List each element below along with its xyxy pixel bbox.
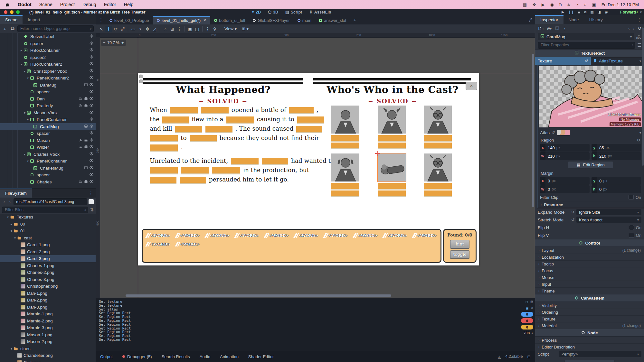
script-dropdown[interactable]: <empty>▾ <box>559 351 641 357</box>
word-tile-12[interactable]: <WORD> <box>176 242 200 246</box>
resource-path[interactable]: res://Textures/01/cast/Carol-3.png <box>14 198 87 205</box>
control-group-localization[interactable]: ›Localization <box>535 254 644 260</box>
object-history-icon[interactable]: ↺ <box>638 26 641 31</box>
canvasitem-group-texture[interactable]: ›Texture <box>535 315 644 322</box>
scene-tree-item-spacer2[interactable]: spacer2 <box>0 54 96 61</box>
instance-scene-button[interactable]: ⧉ <box>10 26 15 32</box>
node-group-process[interactable]: ›Process <box>535 337 644 343</box>
margin-w-field[interactable]: w0px <box>540 185 590 193</box>
close-window-icon[interactable] <box>4 10 7 14</box>
movie-maker-icon[interactable]: ◉ <box>605 10 608 14</box>
mode-assetlib[interactable]: ⇩AssetLib <box>309 10 331 14</box>
answer-blank[interactable] <box>162 116 189 123</box>
group-resource[interactable]: ›Resource <box>537 201 644 208</box>
visibility-eye-icon[interactable] <box>89 138 94 143</box>
load-resource-icon[interactable]: 🗁 <box>547 26 552 31</box>
mode-script[interactable]: ▤Script <box>285 10 302 14</box>
section-texturerect[interactable]: TextureRect <box>535 49 644 57</box>
tab-scene[interactable]: Scene <box>0 15 23 24</box>
pan-tool-icon[interactable]: ✥ <box>144 26 151 32</box>
answer-blank[interactable] <box>201 107 229 113</box>
visibility-eye-icon[interactable] <box>89 166 94 171</box>
menu-debug[interactable]: Debug <box>82 2 96 7</box>
inspector-scrollbar[interactable] <box>642 27 644 166</box>
word-tile-11[interactable]: <WORD> <box>147 242 170 246</box>
visibility-eye-icon[interactable] <box>89 103 94 108</box>
name-blank-bar[interactable] <box>378 190 406 196</box>
errors-count-badge[interactable]: 0 <box>521 318 533 323</box>
fs-item-carol-3-png[interactable]: Carol-3.png <box>0 255 96 262</box>
cast-portrait-4-dog[interactable] <box>331 153 359 181</box>
toggle-button[interactable]: toggle <box>450 250 469 259</box>
grid-snap-icon[interactable]: ⊞ <box>169 26 175 32</box>
traffic-lights[interactable] <box>4 10 20 14</box>
fs-item-dan-1-png[interactable]: Dan-1.png <box>0 290 96 297</box>
menubar-clock[interactable]: Fri Dec 1 12:10 PM <box>601 2 639 7</box>
add-metadata-button[interactable]: ＋Add Metadata <box>564 360 615 362</box>
tab-history[interactable]: History <box>584 15 608 24</box>
fs-item-cast[interactable]: ▾cast <box>0 235 96 242</box>
control-group-tooltip[interactable]: ›Tooltip <box>535 260 644 267</box>
word-tile-2[interactable]: <WORD> <box>176 233 200 238</box>
app-icon[interactable]: ▦ <box>523 2 527 7</box>
word-tile-5[interactable]: <WORD> <box>265 233 289 238</box>
signal-icon[interactable] <box>79 103 83 108</box>
remote-debug-icon[interactable]: ⧉ <box>584 10 587 14</box>
search-icon[interactable]: ⌕ <box>531 306 533 310</box>
cast-portrait-3-goat[interactable] <box>424 106 452 134</box>
revert-icon[interactable]: ↺ <box>552 130 555 135</box>
copy-path-icon[interactable] <box>89 199 94 204</box>
menu-godot[interactable]: Godot <box>18 2 32 7</box>
word-tile-4[interactable]: <WORD> <box>235 233 259 238</box>
control-group-theme[interactable]: ›Theme <box>535 287 644 294</box>
node-group-editor-description[interactable]: ›Editor Description <box>535 343 644 350</box>
minimize-window-icon[interactable] <box>10 10 14 14</box>
tab-import[interactable]: Import <box>23 15 45 24</box>
play-icon[interactable]: ▶ <box>562 10 564 14</box>
tree-collapse-icon[interactable]: ▾ <box>13 236 17 240</box>
group-icon[interactable] <box>84 180 88 184</box>
scene-tree-item-spacer[interactable]: spacer <box>0 172 96 179</box>
menu-editor[interactable]: Editor <box>104 2 116 7</box>
visibility-eye-icon[interactable] <box>89 62 94 67</box>
mode-3d[interactable]: ⬡3D <box>268 10 278 14</box>
scene-tree-item-panelcontainer[interactable]: ▾PanelContainer <box>0 158 96 165</box>
name-blank-bar[interactable] <box>378 135 406 141</box>
copy-icon[interactable]: ⧉ <box>530 300 533 304</box>
answer-blank[interactable] <box>180 177 206 183</box>
run-specific-icon[interactable]: ◨ <box>598 10 601 14</box>
visibility-eye-icon[interactable] <box>89 172 94 177</box>
name-blank-bar[interactable] <box>424 143 452 148</box>
tree-collapse-icon[interactable]: ▾ <box>6 215 10 219</box>
cast-portrait-6-goat2[interactable] <box>424 153 452 181</box>
list-select-icon[interactable]: ▭ <box>130 26 137 32</box>
region-w-field[interactable]: w210px <box>540 152 590 160</box>
fs-item-cork-png[interactable]: Cork.png <box>0 359 96 362</box>
scene-tree-item-christopher-vbox[interactable]: ▾Christopher Vbox <box>0 68 96 75</box>
tree-collapse-icon[interactable]: ▾ <box>26 118 30 121</box>
word-tile-10[interactable]: <WORD> <box>413 233 437 238</box>
region-h-field[interactable]: h210px <box>592 152 641 160</box>
expand-panel-icon[interactable]: ⊟ <box>527 354 531 359</box>
tree-collapse-icon[interactable]: ▾ <box>23 153 27 156</box>
name-blank-bar[interactable] <box>424 183 452 189</box>
scene-tab-level_00_Prologue[interactable]: level_00_Prologue <box>106 16 153 24</box>
answer-blank[interactable] <box>190 135 217 141</box>
margin-h-field[interactable]: h0px <box>592 185 641 193</box>
control-group-layout[interactable]: ›Layout(1 change) <box>535 247 644 254</box>
control-group-focus[interactable]: ›Focus <box>535 267 644 274</box>
scene-tree-item-charles-vbox[interactable]: ▾Charles Vbox <box>0 151 96 158</box>
panel-corner-button[interactable]: ✕ <box>466 82 477 90</box>
scene-tab-level_01_hello_girl_[interactable]: level_01_hello_girl(*)✕ <box>153 16 210 24</box>
tree-collapse-icon[interactable]: ▾ <box>9 347 14 350</box>
rotate-tool-icon[interactable]: ⟳ <box>112 26 119 32</box>
select-tool-icon[interactable]: ↖ <box>98 26 105 32</box>
bottom-panel-debugger-5-[interactable]: Debugger (5) <box>122 354 152 359</box>
filter-options-icon[interactable]: ☰ <box>637 42 641 48</box>
word-tile-1[interactable]: <WORD> <box>147 233 170 238</box>
game-canvas[interactable]: What Happened?~ SOLVED ~Who's Who in the… <box>138 73 479 265</box>
zoom-window-icon[interactable] <box>16 10 20 14</box>
visibility-eye-icon[interactable] <box>89 180 94 184</box>
bottom-panel-shader-editor[interactable]: Shader Editor <box>248 354 274 359</box>
grid-visibility-button[interactable]: ⊞ ▾ <box>240 26 251 32</box>
